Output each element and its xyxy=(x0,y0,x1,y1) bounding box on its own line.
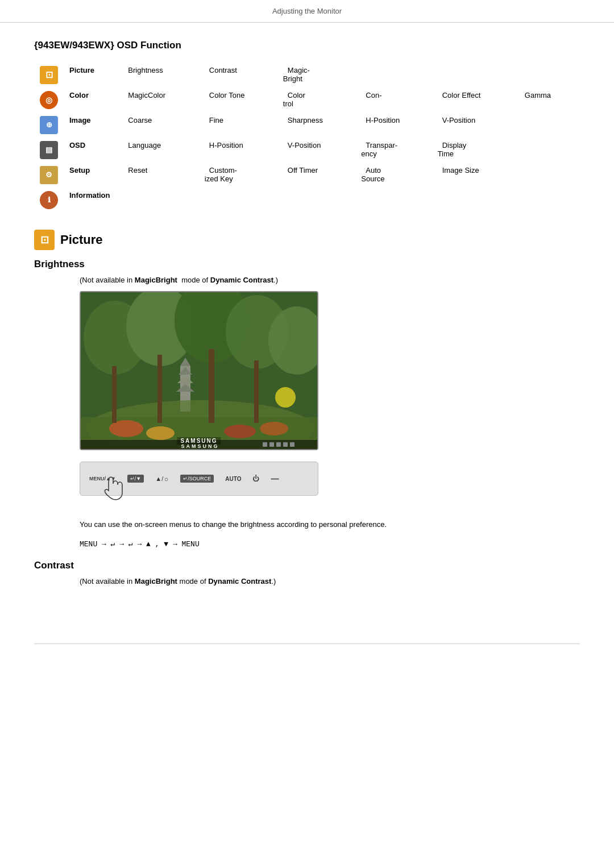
picture-menu-label: Picture xyxy=(69,66,97,74)
brightness-menu-item: Brightness xyxy=(123,65,167,76)
osd-menu-icon: ▤ xyxy=(40,141,58,159)
contrast-section: Contrast (Not available in MagicBright m… xyxy=(34,560,580,585)
table-row: ◎ Color MagicColor Color Tone Colortrol … xyxy=(34,88,580,113)
enter-source-btn[interactable]: ↵/SOURCE xyxy=(180,475,214,483)
brightness-description: You can use the on-screen menus to chang… xyxy=(80,518,580,531)
hposition-osd-menu-item: H-Position xyxy=(205,140,248,151)
hposition-image-menu-item: H-Position xyxy=(361,115,404,126)
monitor-display-image: SAMSUNG xyxy=(80,291,580,450)
brightness-section: Brightness (Not available in MagicBright… xyxy=(34,259,580,549)
svg-point-15 xyxy=(224,425,256,438)
auto-btn[interactable]: AUTO xyxy=(225,476,241,482)
table-row: ▤ OSD Language H-Position V-Position Tra… xyxy=(34,138,580,163)
information-menu-icon: ℹ xyxy=(40,191,58,209)
offtimer-menu-item: Off Timer xyxy=(283,165,322,176)
color-ctrl-menu-item: Colortrol xyxy=(283,90,305,109)
monitor-screen: SAMSUNG xyxy=(80,291,318,450)
con-menu-item: Con- xyxy=(361,90,386,101)
svg-rect-19 xyxy=(157,355,162,423)
svg-rect-28 xyxy=(290,442,294,447)
vposition-image-menu-item: V-Position xyxy=(438,115,480,126)
svg-rect-25 xyxy=(269,442,274,447)
brightness-menu-path: MENU → ↵ → ↵ → ▲ , ▼ → MENU xyxy=(80,539,580,549)
customizedkey-menu-item: Custom-ized Key xyxy=(205,165,238,184)
picture-section-icon: ⊡ xyxy=(34,230,55,250)
contrast-title: Contrast xyxy=(34,560,580,571)
svg-rect-24 xyxy=(263,442,267,447)
minus-btn[interactable]: — xyxy=(271,474,279,483)
power-btn[interactable]: ⏻ xyxy=(252,475,259,483)
up-brightness-btn[interactable]: ▲/☼ xyxy=(155,475,169,482)
displaytime-menu-item: DisplayTime xyxy=(438,140,467,159)
svg-text:SAMSUNG: SAMSUNG xyxy=(181,443,219,449)
svg-rect-18 xyxy=(112,366,117,423)
image-menu-icon: ⊕ xyxy=(40,116,58,134)
vposition-osd-menu-item: V-Position xyxy=(283,140,326,151)
page-header-title: Adjusting the Monitor xyxy=(272,7,342,15)
coarse-menu-item: Coarse xyxy=(123,115,156,126)
sharpness-menu-item: Sharpness xyxy=(283,115,327,126)
osd-table: ⊡ Picture Brightness Contrast Magic-Brig… xyxy=(34,63,580,213)
scenery-svg: SAMSUNG xyxy=(81,292,318,450)
svg-rect-20 xyxy=(209,349,214,423)
brightness-title: Brightness xyxy=(34,259,580,270)
setup-menu-label: Setup xyxy=(69,166,92,175)
svg-rect-21 xyxy=(254,360,259,423)
magicbright-menu-item: Magic-Bright xyxy=(283,65,310,84)
hand-cursor-indicator xyxy=(103,475,126,504)
svg-point-14 xyxy=(146,426,175,440)
page-divider xyxy=(34,643,580,644)
language-menu-item: Language xyxy=(123,140,165,151)
autosource-menu-item: AutoSource xyxy=(361,165,389,184)
enter-down-btn[interactable]: ↵/▼ xyxy=(127,475,144,483)
contrast-menu-item: Contrast xyxy=(205,65,242,76)
picture-menu-icon: ⊡ xyxy=(40,66,58,84)
gamma-menu-item: Gamma xyxy=(520,90,555,101)
color-menu-label: Color xyxy=(69,91,91,99)
brightness-note: (Not available in MagicBright mode of Dy… xyxy=(80,276,580,284)
color-menu-icon: ◎ xyxy=(40,91,58,109)
hand-cursor-svg xyxy=(103,475,126,503)
svg-point-17 xyxy=(275,387,296,408)
svg-rect-27 xyxy=(283,442,288,447)
osd-section-title: {943EW/943EWX} OSD Function xyxy=(34,40,580,51)
magiccolor-menu-item: MagicColor xyxy=(123,90,170,101)
imagesize-menu-item: Image Size xyxy=(438,165,484,176)
osd-menu-label: OSD xyxy=(69,141,88,149)
colortone-menu-item: Color Tone xyxy=(205,90,250,101)
fine-menu-item: Fine xyxy=(205,115,228,126)
table-row: ℹ Information xyxy=(34,188,580,213)
reset-menu-item: Reset xyxy=(123,165,152,176)
osd-section: {943EW/943EWX} OSD Function ⊡ Picture Br… xyxy=(34,40,580,213)
information-menu-label: Information xyxy=(69,191,113,200)
image-menu-label: Image xyxy=(69,116,93,124)
control-bar-container: MENU/▲▼ ↵/▼ ▲/☼ ↵/SOURCE AUTO ⏻ — xyxy=(80,462,580,496)
svg-rect-26 xyxy=(276,442,281,447)
table-row: ⊕ Image Coarse Fine Sharpness H-Position… xyxy=(34,113,580,138)
coloreffect-menu-item: Color Effect xyxy=(438,90,486,101)
contrast-note: (Not available in MagicBright mode of Dy… xyxy=(80,577,580,585)
setup-menu-icon: ⚙ xyxy=(40,166,58,184)
table-row: ⚙ Setup Reset Custom-ized Key Off Timer … xyxy=(34,163,580,188)
table-row: ⊡ Picture Brightness Contrast Magic-Brig… xyxy=(34,63,580,88)
transparency-menu-item: Transpar-ency xyxy=(361,140,397,159)
picture-section-title: Picture xyxy=(60,232,103,247)
svg-point-16 xyxy=(260,422,288,435)
picture-section-header: ⊡ Picture xyxy=(34,230,580,250)
